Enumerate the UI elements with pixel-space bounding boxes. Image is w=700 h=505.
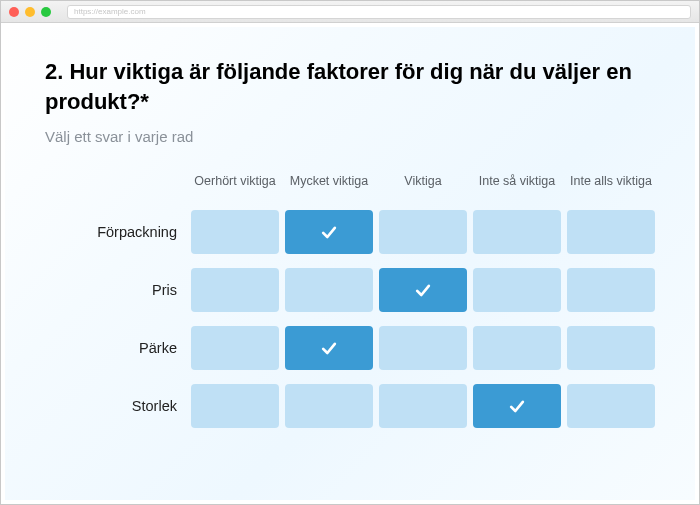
matrix-cell-r2-c3[interactable]: [473, 326, 561, 370]
matrix-cell-r1-c2[interactable]: [379, 268, 467, 312]
survey-page: 2. Hur viktiga är följande faktorer för …: [5, 27, 695, 500]
col-header-1: Mycket viktiga: [285, 173, 373, 195]
matrix-cell-r1-c0[interactable]: [191, 268, 279, 312]
check-icon: [319, 338, 339, 358]
question-title: 2. Hur viktiga är följande faktorer för …: [45, 57, 655, 116]
check-icon: [507, 396, 527, 416]
browser-window: https://example.com 2. Hur viktiga är fö…: [0, 0, 700, 505]
row-label-3: Storlek: [45, 398, 185, 414]
matrix-cell-r2-c0[interactable]: [191, 326, 279, 370]
row-label-1: Pris: [45, 282, 185, 298]
matrix-cell-r3-c0[interactable]: [191, 384, 279, 428]
maximize-icon[interactable]: [41, 7, 51, 17]
matrix-cell-r0-c3[interactable]: [473, 210, 561, 254]
matrix-cell-r0-c4[interactable]: [567, 210, 655, 254]
matrix-cell-r0-c0[interactable]: [191, 210, 279, 254]
matrix-cell-r0-c2[interactable]: [379, 210, 467, 254]
minimize-icon[interactable]: [25, 7, 35, 17]
matrix-cell-r3-c1[interactable]: [285, 384, 373, 428]
titlebar: https://example.com: [1, 1, 699, 23]
matrix-cell-r3-c4[interactable]: [567, 384, 655, 428]
matrix-cell-r3-c2[interactable]: [379, 384, 467, 428]
row-label-2: Pärke: [45, 340, 185, 356]
col-header-3: Inte så viktiga: [473, 173, 561, 195]
check-icon: [413, 280, 433, 300]
matrix-cell-r0-c1[interactable]: [285, 210, 373, 254]
matrix-cell-r2-c1[interactable]: [285, 326, 373, 370]
col-header-0: Oerhört viktiga: [191, 173, 279, 195]
col-header-2: Viktiga: [379, 173, 467, 195]
close-icon[interactable]: [9, 7, 19, 17]
question-instruction: Välj ett svar i varje rad: [45, 128, 655, 145]
matrix-grid: Oerhört viktiga Mycket viktiga Viktiga I…: [45, 173, 655, 427]
matrix-cell-r1-c1[interactable]: [285, 268, 373, 312]
row-label-0: Förpackning: [45, 224, 185, 240]
matrix-cell-r1-c4[interactable]: [567, 268, 655, 312]
matrix-cell-r2-c2[interactable]: [379, 326, 467, 370]
url-text: https://example.com: [74, 7, 146, 16]
viewport: 2. Hur viktiga är följande faktorer för …: [1, 23, 699, 504]
col-header-4: Inte alls viktiga: [567, 173, 655, 195]
matrix-cell-r3-c3[interactable]: [473, 384, 561, 428]
check-icon: [319, 222, 339, 242]
matrix-cell-r1-c3[interactable]: [473, 268, 561, 312]
url-bar[interactable]: https://example.com: [67, 5, 691, 19]
matrix-cell-r2-c4[interactable]: [567, 326, 655, 370]
